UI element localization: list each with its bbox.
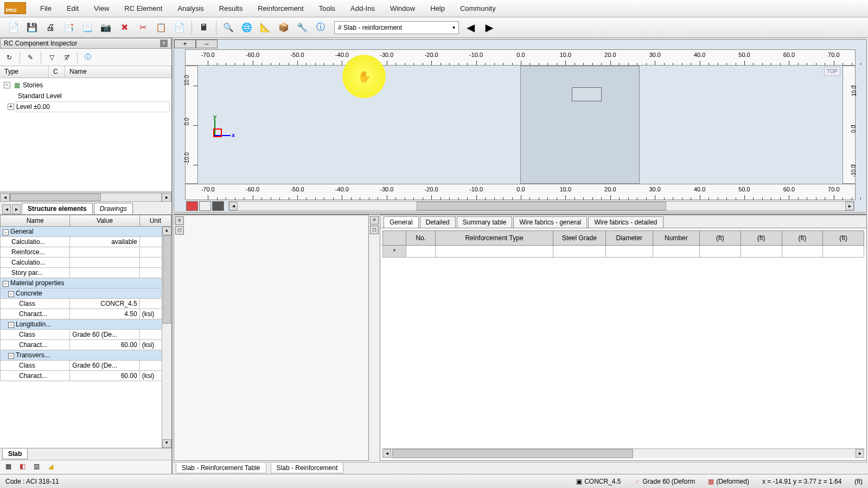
opening-shape[interactable]	[572, 87, 602, 101]
scroll-track[interactable]	[10, 193, 162, 202]
page-button[interactable]: 📃	[79, 20, 95, 36]
scroll-left-icon[interactable]: ◂	[229, 202, 238, 210]
close-panel-icon[interactable]: ×	[370, 216, 379, 224]
col-no[interactable]: No.	[406, 231, 436, 246]
print-button[interactable]: 🖨	[42, 20, 59, 36]
scroll-down-icon[interactable]: ▾	[162, 439, 171, 448]
preview-button[interactable]: 📑	[61, 20, 77, 36]
calc-button[interactable]: 🖩	[196, 20, 212, 36]
prop-value[interactable]: 60.00	[70, 371, 139, 381]
expand-icon[interactable]: +	[8, 104, 14, 110]
tree-hscroll[interactable]: ◂ ▸	[0, 192, 171, 202]
menu-window[interactable]: Window	[382, 1, 423, 16]
col-ft3[interactable]: (ft)	[782, 231, 823, 246]
tab-general[interactable]: General	[384, 216, 419, 228]
prop-vscroll[interactable]: ▴ ▾	[162, 227, 171, 448]
refresh-icon[interactable]: ↻	[3, 52, 15, 63]
property-grid[interactable]: Name Value Unit −General Calculatio...av…	[0, 215, 171, 448]
col-ft1[interactable]: (ft)	[700, 231, 741, 246]
filter-icon[interactable]: ▽	[46, 52, 58, 63]
scroll-thumb[interactable]	[163, 235, 171, 324]
dock-panel-icon[interactable]: □	[175, 226, 184, 235]
prop-value[interactable]	[70, 247, 139, 258]
grid-hscroll[interactable]: ◂ ▸	[382, 448, 864, 458]
tab-prev-icon[interactable]: ◂	[2, 204, 11, 214]
view-mode-2[interactable]	[199, 201, 211, 211]
menu-rc-element[interactable]: RC Element	[117, 1, 170, 16]
table-row[interactable]: *	[383, 246, 864, 258]
grid-icon[interactable]: ▦	[2, 462, 14, 473]
component-tree[interactable]: − ▦ Stories Standard Level + Level ±0.00	[0, 78, 171, 192]
color-icon[interactable]: ◢	[44, 462, 56, 473]
viewport[interactable]: + – -70.0-60.0-50.0-40.0-30.0-20.0-10.00…	[174, 39, 867, 213]
cut-button[interactable]: ✂	[135, 20, 151, 36]
prop-value[interactable]: Grade 60 (De...	[70, 330, 139, 340]
col-ft4[interactable]: (ft)	[823, 231, 864, 246]
prop-value[interactable]: 4.50	[70, 309, 139, 319]
globe-button[interactable]: 🌐	[239, 20, 255, 36]
tab-structure-elements[interactable]: Structure elements	[22, 203, 93, 214]
next-button[interactable]: ▶	[483, 21, 496, 34]
menu-help[interactable]: Help	[423, 1, 452, 16]
tab-detailed[interactable]: Detailed	[420, 216, 456, 228]
view-mode-1[interactable]	[186, 201, 198, 211]
tree-stories[interactable]: − ▦ Stories	[2, 80, 170, 91]
measure-button[interactable]: 📐	[257, 20, 273, 36]
table-icon[interactable]: ▥	[30, 462, 42, 473]
save-button[interactable]: 💾	[24, 20, 40, 36]
group-general[interactable]: −General	[1, 227, 171, 237]
scroll-right-icon[interactable]: ▸	[845, 202, 854, 210]
doc-tab-reinf[interactable]: Slab - Reinforcement	[271, 463, 344, 473]
tab-wire-general[interactable]: Wire fabrics - general	[513, 216, 587, 228]
col-steel[interactable]: Steel Grade	[553, 231, 605, 246]
scroll-right-icon[interactable]: ▸	[162, 193, 171, 202]
canvas[interactable]: y x	[198, 66, 843, 184]
menu-analysis[interactable]: Analysis	[170, 1, 211, 16]
menu-edit[interactable]: Edit	[59, 1, 86, 16]
menu-view[interactable]: View	[86, 1, 117, 16]
flag-icon[interactable]: ◧	[16, 462, 28, 473]
slab-shape[interactable]	[520, 66, 640, 184]
diagram-panel[interactable]: × □	[174, 215, 369, 461]
wrench-button[interactable]: 🔧	[294, 20, 310, 36]
tab-next-icon[interactable]: ▸	[12, 204, 21, 214]
col-type[interactable]: Reinforcement Type	[436, 231, 553, 246]
tab-summary[interactable]: Summary table	[457, 216, 513, 228]
view-mode-3[interactable]	[212, 201, 224, 211]
menu-tools[interactable]: Tools	[311, 1, 343, 16]
prop-value[interactable]: CONCR_4.5	[70, 299, 139, 309]
scroll-right-icon[interactable]: ▸	[856, 449, 864, 458]
scroll-thumb[interactable]	[417, 202, 667, 210]
menu-reinforcement[interactable]: Reinforcement	[250, 1, 311, 16]
prev-button[interactable]: ◀	[464, 21, 477, 34]
menu-file[interactable]: File	[33, 1, 59, 16]
delete-button[interactable]: ✖	[116, 20, 132, 36]
scroll-thumb[interactable]	[10, 194, 101, 201]
col-ft2[interactable]: (ft)	[741, 231, 782, 246]
scroll-up-icon[interactable]: ▴	[162, 227, 171, 235]
copy-button[interactable]: 📋	[153, 20, 169, 36]
col-number[interactable]: Number	[653, 231, 700, 246]
close-inspector-button[interactable]: ×	[160, 40, 168, 47]
prop-value[interactable]: 60.00	[70, 340, 139, 350]
help-button[interactable]: ⓘ	[312, 20, 329, 36]
menu-results[interactable]: Results	[212, 1, 250, 16]
viewport-plus-tab[interactable]: +	[174, 40, 196, 48]
zoom-button[interactable]: 🔍	[220, 20, 237, 36]
cube-button[interactable]: 📦	[276, 20, 292, 36]
tab-wire-detailed[interactable]: Wire fabrics - detailed	[588, 216, 663, 228]
prop-value[interactable]	[70, 258, 139, 268]
viewport-hscroll[interactable]: ◂ ▸	[228, 201, 854, 211]
edit-icon[interactable]: ✎	[24, 52, 36, 63]
scroll-left-icon[interactable]: ◂	[382, 449, 391, 458]
screenshot-button[interactable]: 📷	[98, 20, 114, 36]
tab-drawings[interactable]: Drawings	[94, 203, 133, 214]
scroll-thumb[interactable]	[392, 449, 633, 458]
new-button[interactable]: 📄	[5, 20, 22, 36]
prop-value[interactable]: available	[70, 237, 139, 247]
prop-value[interactable]: Grade 60 (De...	[70, 361, 139, 371]
subgroup-concrete[interactable]: −Concrete	[1, 288, 171, 299]
subgroup-transversal[interactable]: −Transvers...	[1, 350, 171, 361]
dock-panel-icon[interactable]: □	[370, 226, 379, 234]
tree-standard-level[interactable]: Standard Level	[2, 91, 170, 101]
